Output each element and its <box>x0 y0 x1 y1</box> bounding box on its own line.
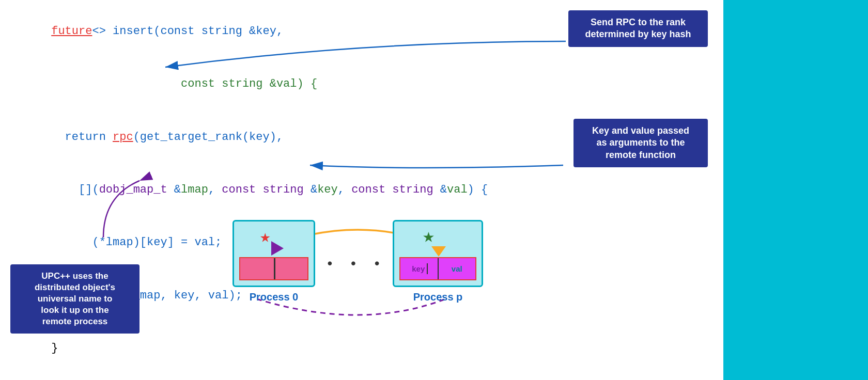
gold-arrow <box>431 246 446 257</box>
code-line3-rest: (get_target_rank(key), <box>133 131 283 144</box>
code-line4-comma1: , <box>208 183 222 196</box>
code-line4-bracket: []( <box>51 183 99 196</box>
code-line4-end: ) { <box>468 183 488 196</box>
diagram-area: ★ Process 0 • • • ★ <box>171 220 594 365</box>
val-block: val <box>439 258 476 279</box>
code-line4-amp1: & <box>167 183 181 196</box>
process-0-box: ★ <box>233 220 315 287</box>
purple-triangle <box>271 241 284 256</box>
process-0-inner <box>239 257 308 280</box>
code-line4-val1: val <box>447 183 468 196</box>
code-line4-const1: const string <box>222 183 303 196</box>
red-star: ★ <box>260 226 270 247</box>
code-line4-lmap: lmap <box>181 183 208 196</box>
code-line4-amp2: & <box>304 183 317 196</box>
code-line-4: [](dobj_map_t &lmap, const string &key, … <box>10 164 475 216</box>
code-line-2: const string &val) { <box>10 58 475 110</box>
cyan-panel <box>723 0 868 380</box>
kv-inner-box: key val <box>399 257 476 280</box>
callout-mid-right: Key and value passed as arguments to the… <box>574 119 708 167</box>
code-line-3: return rpc(get_target_rank(key), <box>10 111 475 164</box>
process-p-box: ★ key val <box>393 220 483 287</box>
green-star: ★ <box>423 224 435 248</box>
kv-items: key val <box>400 258 475 279</box>
code-line-1: future<> insert(const string &key, <box>10 5 475 58</box>
key-block: key <box>400 258 439 279</box>
process-p-label: Process p <box>413 291 463 303</box>
process-0-container: ★ Process 0 <box>233 220 315 303</box>
code-line2: const string &val) { <box>51 77 317 90</box>
main-container: future<> insert(const string &key, const… <box>0 0 868 380</box>
code-line4-type1: dobj_map_t <box>99 183 167 196</box>
code-line4-comma2: , <box>338 183 351 196</box>
process-p-container: ★ key val Process p <box>393 220 483 303</box>
process-0-label: Process 0 <box>250 291 299 303</box>
val-label: val <box>450 263 464 274</box>
keyword-future: future <box>51 25 92 38</box>
code-rpc: rpc <box>113 131 133 144</box>
key-label: key <box>410 263 428 274</box>
code-return: return <box>51 131 113 144</box>
callout-bottom-left: UPC++ uses the distributed object's univ… <box>10 264 140 334</box>
code-line4-amp3: & <box>433 183 447 196</box>
code-line7: } <box>51 342 58 355</box>
code-line4-const2: const string <box>351 183 433 196</box>
code-line4-key1: key <box>317 183 338 196</box>
callout-top-right: Send RPC to the rank determined by key h… <box>568 10 708 47</box>
code-line1-rest: <> insert(const string &key, <box>92 25 283 38</box>
dots-separator: • • • <box>326 256 384 272</box>
